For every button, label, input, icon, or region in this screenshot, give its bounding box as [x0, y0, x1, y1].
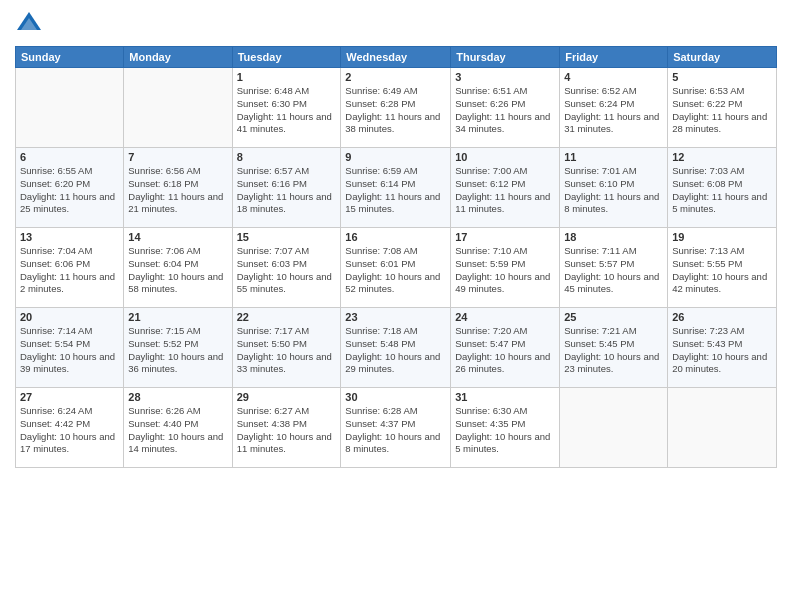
day-info: Sunrise: 6:51 AM Sunset: 6:26 PM Dayligh…: [455, 85, 555, 136]
calendar-cell: 1Sunrise: 6:48 AM Sunset: 6:30 PM Daylig…: [232, 68, 341, 148]
day-number: 12: [672, 151, 772, 163]
calendar-cell: 5Sunrise: 6:53 AM Sunset: 6:22 PM Daylig…: [668, 68, 777, 148]
calendar-cell: 8Sunrise: 6:57 AM Sunset: 6:16 PM Daylig…: [232, 148, 341, 228]
day-info: Sunrise: 6:53 AM Sunset: 6:22 PM Dayligh…: [672, 85, 772, 136]
calendar-cell: [124, 68, 232, 148]
calendar-cell: 23Sunrise: 7:18 AM Sunset: 5:48 PM Dayli…: [341, 308, 451, 388]
calendar-cell: 18Sunrise: 7:11 AM Sunset: 5:57 PM Dayli…: [560, 228, 668, 308]
day-number: 8: [237, 151, 337, 163]
day-number: 17: [455, 231, 555, 243]
calendar-cell: 24Sunrise: 7:20 AM Sunset: 5:47 PM Dayli…: [451, 308, 560, 388]
calendar-cell: 14Sunrise: 7:06 AM Sunset: 6:04 PM Dayli…: [124, 228, 232, 308]
day-info: Sunrise: 7:15 AM Sunset: 5:52 PM Dayligh…: [128, 325, 227, 376]
day-number: 10: [455, 151, 555, 163]
day-info: Sunrise: 7:10 AM Sunset: 5:59 PM Dayligh…: [455, 245, 555, 296]
day-info: Sunrise: 7:06 AM Sunset: 6:04 PM Dayligh…: [128, 245, 227, 296]
day-number: 25: [564, 311, 663, 323]
day-number: 29: [237, 391, 337, 403]
day-info: Sunrise: 7:14 AM Sunset: 5:54 PM Dayligh…: [20, 325, 119, 376]
calendar-cell: 12Sunrise: 7:03 AM Sunset: 6:08 PM Dayli…: [668, 148, 777, 228]
day-number: 28: [128, 391, 227, 403]
header: [15, 10, 777, 38]
day-number: 18: [564, 231, 663, 243]
day-number: 14: [128, 231, 227, 243]
calendar-cell: 2Sunrise: 6:49 AM Sunset: 6:28 PM Daylig…: [341, 68, 451, 148]
calendar-week-row: 27Sunrise: 6:24 AM Sunset: 4:42 PM Dayli…: [16, 388, 777, 468]
calendar-cell: 20Sunrise: 7:14 AM Sunset: 5:54 PM Dayli…: [16, 308, 124, 388]
calendar-cell: [16, 68, 124, 148]
day-info: Sunrise: 6:59 AM Sunset: 6:14 PM Dayligh…: [345, 165, 446, 216]
day-info: Sunrise: 6:27 AM Sunset: 4:38 PM Dayligh…: [237, 405, 337, 456]
day-number: 24: [455, 311, 555, 323]
day-number: 22: [237, 311, 337, 323]
calendar-week-row: 1Sunrise: 6:48 AM Sunset: 6:30 PM Daylig…: [16, 68, 777, 148]
calendar-cell: 31Sunrise: 6:30 AM Sunset: 4:35 PM Dayli…: [451, 388, 560, 468]
day-info: Sunrise: 6:26 AM Sunset: 4:40 PM Dayligh…: [128, 405, 227, 456]
calendar-cell: 13Sunrise: 7:04 AM Sunset: 6:06 PM Dayli…: [16, 228, 124, 308]
day-info: Sunrise: 6:57 AM Sunset: 6:16 PM Dayligh…: [237, 165, 337, 216]
day-info: Sunrise: 6:49 AM Sunset: 6:28 PM Dayligh…: [345, 85, 446, 136]
calendar-cell: [560, 388, 668, 468]
day-info: Sunrise: 6:28 AM Sunset: 4:37 PM Dayligh…: [345, 405, 446, 456]
day-info: Sunrise: 7:04 AM Sunset: 6:06 PM Dayligh…: [20, 245, 119, 296]
calendar-week-row: 13Sunrise: 7:04 AM Sunset: 6:06 PM Dayli…: [16, 228, 777, 308]
calendar-day-header: Thursday: [451, 47, 560, 68]
day-number: 31: [455, 391, 555, 403]
day-number: 26: [672, 311, 772, 323]
logo-icon: [15, 10, 43, 38]
day-info: Sunrise: 7:03 AM Sunset: 6:08 PM Dayligh…: [672, 165, 772, 216]
day-number: 5: [672, 71, 772, 83]
calendar-cell: 4Sunrise: 6:52 AM Sunset: 6:24 PM Daylig…: [560, 68, 668, 148]
calendar-cell: 21Sunrise: 7:15 AM Sunset: 5:52 PM Dayli…: [124, 308, 232, 388]
calendar-day-header: Sunday: [16, 47, 124, 68]
day-number: 20: [20, 311, 119, 323]
calendar-cell: 7Sunrise: 6:56 AM Sunset: 6:18 PM Daylig…: [124, 148, 232, 228]
calendar-day-header: Saturday: [668, 47, 777, 68]
calendar-cell: 16Sunrise: 7:08 AM Sunset: 6:01 PM Dayli…: [341, 228, 451, 308]
day-info: Sunrise: 6:30 AM Sunset: 4:35 PM Dayligh…: [455, 405, 555, 456]
day-info: Sunrise: 6:56 AM Sunset: 6:18 PM Dayligh…: [128, 165, 227, 216]
day-number: 11: [564, 151, 663, 163]
day-number: 3: [455, 71, 555, 83]
day-number: 13: [20, 231, 119, 243]
day-info: Sunrise: 7:08 AM Sunset: 6:01 PM Dayligh…: [345, 245, 446, 296]
calendar-cell: 19Sunrise: 7:13 AM Sunset: 5:55 PM Dayli…: [668, 228, 777, 308]
calendar-cell: 29Sunrise: 6:27 AM Sunset: 4:38 PM Dayli…: [232, 388, 341, 468]
calendar-cell: 9Sunrise: 6:59 AM Sunset: 6:14 PM Daylig…: [341, 148, 451, 228]
day-number: 19: [672, 231, 772, 243]
day-info: Sunrise: 7:21 AM Sunset: 5:45 PM Dayligh…: [564, 325, 663, 376]
calendar-cell: 27Sunrise: 6:24 AM Sunset: 4:42 PM Dayli…: [16, 388, 124, 468]
calendar-cell: 22Sunrise: 7:17 AM Sunset: 5:50 PM Dayli…: [232, 308, 341, 388]
day-info: Sunrise: 7:18 AM Sunset: 5:48 PM Dayligh…: [345, 325, 446, 376]
day-info: Sunrise: 6:24 AM Sunset: 4:42 PM Dayligh…: [20, 405, 119, 456]
logo: [15, 10, 47, 38]
day-info: Sunrise: 7:01 AM Sunset: 6:10 PM Dayligh…: [564, 165, 663, 216]
calendar-cell: 10Sunrise: 7:00 AM Sunset: 6:12 PM Dayli…: [451, 148, 560, 228]
calendar-day-header: Tuesday: [232, 47, 341, 68]
page: SundayMondayTuesdayWednesdayThursdayFrid…: [0, 0, 792, 478]
day-info: Sunrise: 6:52 AM Sunset: 6:24 PM Dayligh…: [564, 85, 663, 136]
calendar-cell: 30Sunrise: 6:28 AM Sunset: 4:37 PM Dayli…: [341, 388, 451, 468]
calendar-day-header: Friday: [560, 47, 668, 68]
day-number: 27: [20, 391, 119, 403]
calendar-cell: [668, 388, 777, 468]
day-number: 21: [128, 311, 227, 323]
day-info: Sunrise: 7:00 AM Sunset: 6:12 PM Dayligh…: [455, 165, 555, 216]
calendar-header-row: SundayMondayTuesdayWednesdayThursdayFrid…: [16, 47, 777, 68]
calendar-cell: 11Sunrise: 7:01 AM Sunset: 6:10 PM Dayli…: [560, 148, 668, 228]
day-number: 6: [20, 151, 119, 163]
day-number: 4: [564, 71, 663, 83]
day-number: 1: [237, 71, 337, 83]
day-info: Sunrise: 7:07 AM Sunset: 6:03 PM Dayligh…: [237, 245, 337, 296]
day-info: Sunrise: 7:11 AM Sunset: 5:57 PM Dayligh…: [564, 245, 663, 296]
day-number: 15: [237, 231, 337, 243]
calendar-table: SundayMondayTuesdayWednesdayThursdayFrid…: [15, 46, 777, 468]
calendar-week-row: 20Sunrise: 7:14 AM Sunset: 5:54 PM Dayli…: [16, 308, 777, 388]
day-number: 9: [345, 151, 446, 163]
calendar-cell: 15Sunrise: 7:07 AM Sunset: 6:03 PM Dayli…: [232, 228, 341, 308]
calendar-cell: 6Sunrise: 6:55 AM Sunset: 6:20 PM Daylig…: [16, 148, 124, 228]
calendar-cell: 28Sunrise: 6:26 AM Sunset: 4:40 PM Dayli…: [124, 388, 232, 468]
calendar-cell: 25Sunrise: 7:21 AM Sunset: 5:45 PM Dayli…: [560, 308, 668, 388]
calendar-day-header: Wednesday: [341, 47, 451, 68]
day-info: Sunrise: 7:23 AM Sunset: 5:43 PM Dayligh…: [672, 325, 772, 376]
